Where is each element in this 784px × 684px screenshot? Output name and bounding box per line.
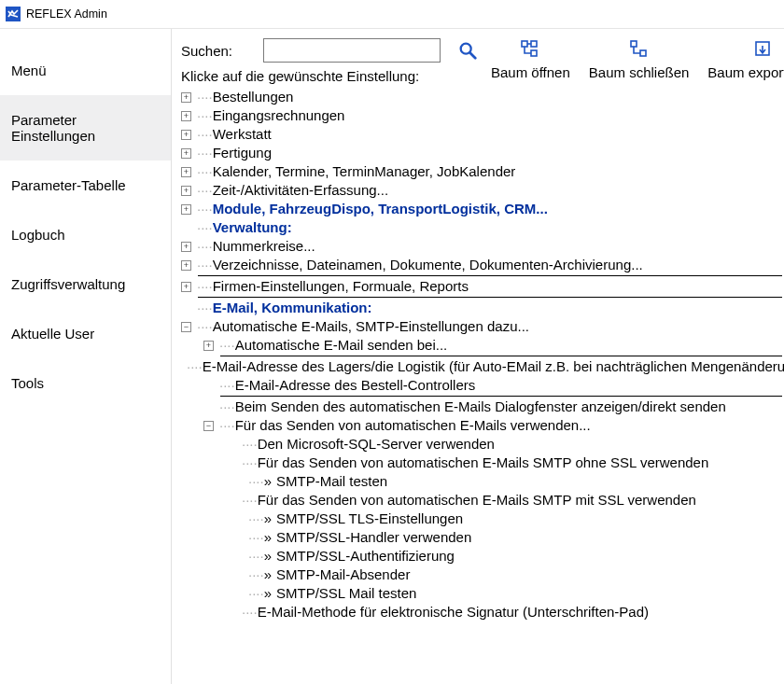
expand-icon[interactable]: + <box>181 242 191 252</box>
toolbar-baum-oeffnen[interactable]: Baum öffnen <box>491 38 570 80</box>
svg-rect-6 <box>631 41 637 47</box>
toolbar-label: Baum schließen <box>589 64 690 80</box>
expand-icon[interactable]: + <box>181 111 191 121</box>
tree-node-smtp-tls[interactable]: ····»SMTP/SSL TLS-Einstellungen <box>181 510 782 528</box>
toolbar: Suchen: Klicke auf die gewünschte Einste… <box>181 38 784 84</box>
tree-open-icon <box>519 38 541 61</box>
tree-node-fertigung[interactable]: +····Fertigung <box>181 144 782 162</box>
tree-export-icon <box>752 38 775 61</box>
tree-node-smtp-ssl[interactable]: ····Für das Senden von automatischen E-M… <box>181 491 782 510</box>
separator <box>198 275 782 276</box>
svg-line-2 <box>470 53 476 59</box>
tree-node-smtp-test[interactable]: ····»SMTP-Mail testen <box>181 472 782 491</box>
collapse-icon[interactable]: − <box>203 421 214 431</box>
tree-node-bestell-email[interactable]: ····E-Mail-Adresse des Bestell-Controlle… <box>181 376 782 395</box>
tree-node-nummerkreise[interactable]: +····Nummerkreise... <box>181 237 782 256</box>
collapse-icon[interactable]: − <box>181 322 191 332</box>
tree-node-zeit[interactable]: +····Zeit-/Aktivitäten-Erfassung... <box>181 181 782 200</box>
expand-icon[interactable]: + <box>203 341 214 351</box>
toolbar-label: Baum exportieren <box>707 64 784 80</box>
main-panel: Suchen: Klicke auf die gewünschte Einste… <box>171 29 784 684</box>
tree-node-smtp-handler[interactable]: ····»SMTP/SSL-Handler verwenden <box>181 528 782 547</box>
sidebar-item-parameter-einstellungen[interactable]: Parameter Einstellungen <box>0 95 171 161</box>
svg-rect-4 <box>531 41 537 47</box>
expand-icon[interactable]: + <box>181 186 191 196</box>
expand-icon[interactable]: + <box>181 204 191 215</box>
svg-rect-0 <box>6 7 21 21</box>
sidebar-item-tools[interactable]: Tools <box>0 358 171 408</box>
app-title: REFLEX Admin <box>26 7 107 21</box>
expand-icon[interactable]: + <box>181 260 191 271</box>
tree-node-firmen[interactable]: +····Firmen-Einstellungen, Formuale, Rep… <box>181 277 782 296</box>
sidebar-item-aktuelle-user[interactable]: Aktuelle User <box>0 309 171 358</box>
tree-node-kalender[interactable]: +····Kalender, Termine, TerminManager, J… <box>181 162 782 181</box>
tree-node-smtp-no-ssl[interactable]: ····Für das Senden von automatischen E-M… <box>181 454 782 472</box>
tree-node-signatur-methode[interactable]: ····E-Mail-Methode für elektronische Sig… <box>181 603 782 621</box>
toolbar-baum-schliessen[interactable]: Baum schließen <box>589 38 690 80</box>
tree-node-smtp-ssl-test[interactable]: ····»SMTP/SSL Mail testen <box>181 584 782 603</box>
tree-header-email: ····E-Mail, Kommunikation: <box>181 299 782 317</box>
search-input[interactable] <box>263 38 441 63</box>
tree-node-dialogfenster[interactable]: ····Beim Senden des automatischen E-Mail… <box>181 398 782 416</box>
expand-icon[interactable]: + <box>181 92 191 103</box>
search-block: Suchen: Klicke auf die gewünschte Einste… <box>181 38 478 84</box>
sidebar: Menü Parameter Einstellungen Parameter-T… <box>0 29 171 684</box>
tree-node-smtp-absender[interactable]: ····»SMTP-Mail-Absender <box>181 565 782 584</box>
tree-node-senden-verwenden[interactable]: −····Für das Senden von automatischen E-… <box>181 416 782 435</box>
svg-rect-3 <box>522 41 527 47</box>
search-hint: Klicke auf die gewünschte Einstellung: <box>181 68 478 84</box>
titlebar: REFLEX Admin <box>0 0 784 29</box>
tree-node-module[interactable]: +····Module, FahrzeugDispo, TransportLog… <box>181 200 782 218</box>
tree-node-verzeichnisse[interactable]: +····Verzeichnisse, Dateinamen, Dokument… <box>181 256 782 274</box>
separator <box>220 356 782 356</box>
tree-node-smtp-auth[interactable]: ····»SMTP/SSL-Authentifizierung <box>181 547 782 565</box>
separator <box>220 396 782 397</box>
expand-icon[interactable]: + <box>181 130 191 140</box>
tree-node-bestellungen[interactable]: +····Bestellungen <box>181 88 782 106</box>
app-icon <box>6 7 21 21</box>
search-icon[interactable] <box>457 40 478 61</box>
expand-icon[interactable]: + <box>181 167 191 177</box>
tree-node-werkstatt[interactable]: +····Werkstatt <box>181 125 782 144</box>
expand-icon[interactable]: + <box>181 282 191 292</box>
tree-node-lager-email[interactable]: ····E-Mail-Adresse des Lagers/die Logist… <box>181 357 782 376</box>
settings-tree: +····Bestellungen +····Eingangsrechnunge… <box>181 88 784 621</box>
separator <box>198 297 782 298</box>
expand-icon[interactable]: + <box>181 148 191 159</box>
tree-node-auto-email-bei[interactable]: +····Automatische E-Mail senden bei... <box>181 336 782 355</box>
sidebar-item-menu[interactable]: Menü <box>0 46 171 95</box>
sidebar-item-zugriffsverwaltung[interactable]: Zugriffsverwaltung <box>0 259 171 309</box>
app-window: REFLEX Admin Menü Parameter Einstellunge… <box>0 0 784 684</box>
sidebar-item-logbuch[interactable]: Logbuch <box>0 210 171 259</box>
toolbar-label: Baum öffnen <box>491 64 570 80</box>
tree-node-sqlserver[interactable]: ····Den Microsoft-SQL-Server verwenden <box>181 435 782 454</box>
toolbar-baum-export[interactable]: Baum exportieren <box>707 38 784 80</box>
client-area: Menü Parameter Einstellungen Parameter-T… <box>0 29 784 684</box>
tree-close-icon <box>628 38 651 61</box>
svg-rect-7 <box>640 50 646 56</box>
sidebar-item-parameter-tabelle[interactable]: Parameter-Tabelle <box>0 161 171 210</box>
tree-node-auto-emails[interactable]: −····Automatische E-Mails, SMTP-Einstell… <box>181 317 782 336</box>
tree-node-eingangsrechnungen[interactable]: +····Eingangsrechnungen <box>181 106 782 125</box>
svg-rect-5 <box>531 50 537 56</box>
search-label: Suchen: <box>181 43 263 59</box>
tree-header-verwaltung: ····Verwaltung: <box>181 218 782 237</box>
